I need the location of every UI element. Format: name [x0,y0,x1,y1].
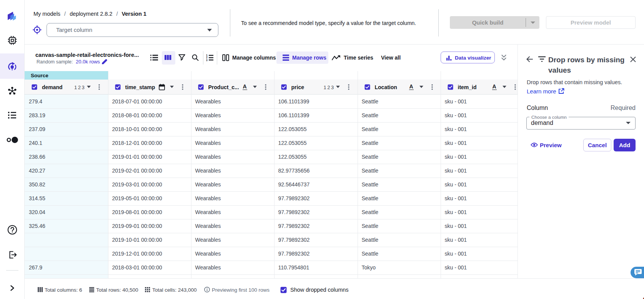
svg-text:3: 3 [206,59,208,61]
